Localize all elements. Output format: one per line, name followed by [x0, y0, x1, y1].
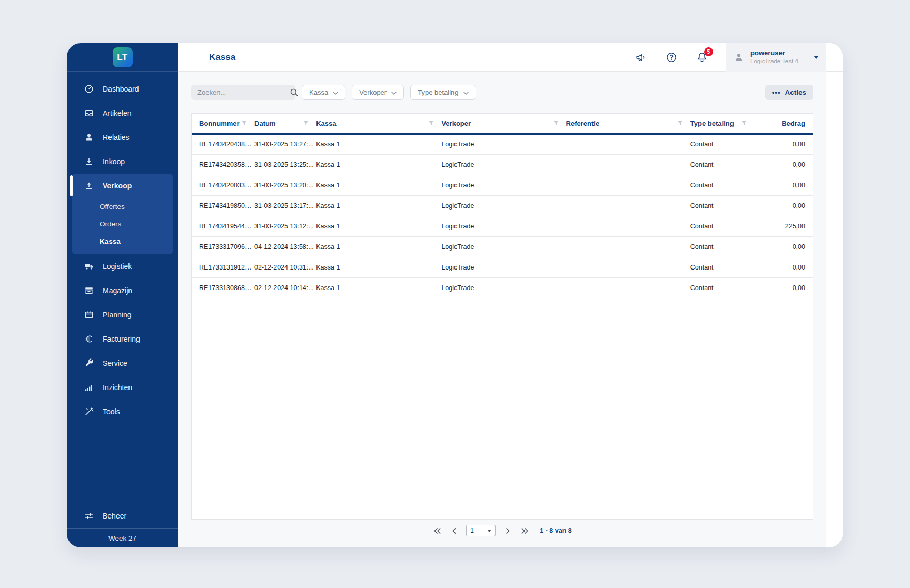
chevron-down-icon [463, 88, 469, 96]
filter-funnel-icon[interactable] [429, 121, 441, 126]
cell-referentie [566, 277, 690, 298]
help-icon [666, 52, 677, 63]
column-header-datum[interactable]: Datum [254, 114, 316, 133]
sidebar-item-logistiek[interactable]: Logistiek [67, 254, 178, 278]
filter-verkoper-dropdown[interactable]: Verkoper [352, 85, 404, 100]
search-icon [290, 88, 298, 96]
cell-verkoper: LogicTrade [441, 216, 566, 236]
previous-page-button[interactable] [449, 526, 459, 535]
cell-datum: 31-03-2025 13:17:... [254, 195, 316, 216]
person-icon [84, 133, 94, 142]
content-area: KassaVerkoperType betaling ••• Acties Bo… [178, 72, 826, 547]
cell-type-betaling: Contant [690, 216, 754, 236]
sidebar-item-label: Facturering [103, 335, 140, 343]
app-logo[interactable]: LT [113, 47, 133, 67]
search-input[interactable] [197, 88, 290, 96]
notification-badge: 5 [704, 47, 713, 56]
user-organisation: LogicTrade Test 4 [750, 57, 807, 65]
filter-funnel-icon[interactable] [303, 121, 316, 126]
euro-icon [84, 334, 94, 344]
sidebar-item-label: Beheer [103, 512, 126, 520]
column-header-bedrag[interactable]: Bedrag [754, 114, 813, 133]
cell-bedrag: 0,00 [754, 257, 813, 277]
table-row[interactable]: RE174341954400531-03-2025 13:12:...Kassa… [192, 216, 813, 236]
filter-funnel-icon[interactable] [242, 121, 254, 126]
search-box [191, 85, 295, 100]
sidebar-item-relaties[interactable]: Relaties [67, 125, 178, 150]
cell-verkoper: LogicTrade [441, 134, 566, 154]
actions-button[interactable]: ••• Acties [765, 85, 813, 100]
sidebar: LT DashboardArtikelenRelatiesInkoopVerko… [67, 43, 178, 547]
filter-funnel-icon[interactable] [741, 121, 754, 126]
filter-funnel-icon[interactable] [553, 121, 566, 126]
sidebar-item-label: Artikelen [103, 109, 131, 117]
table-row[interactable]: RE174342003300531-03-2025 13:20:...Kassa… [192, 175, 813, 195]
cell-bonnummer: RE1743419850005 [192, 195, 254, 216]
cell-kassa: Kassa 1 [316, 257, 441, 277]
column-header-verkoper[interactable]: Verkoper [441, 114, 566, 133]
cell-bedrag: 0,00 [754, 134, 813, 154]
user-menu[interactable]: poweruser LogicTrade Test 4 [726, 43, 826, 72]
column-header-type-betaling[interactable]: Type betaling [690, 114, 754, 133]
table-row[interactable]: RE174341985000531-03-2025 13:17:...Kassa… [192, 195, 813, 216]
week-indicator: Week 27 [67, 528, 178, 547]
user-avatar-icon [734, 52, 744, 63]
ellipsis-icon: ••• [772, 89, 781, 96]
filter-type-betaling-dropdown[interactable]: Type betaling [410, 85, 476, 100]
sidebar-subitem-kassa[interactable]: Kassa [72, 233, 173, 250]
chart-bars-icon [84, 383, 94, 392]
column-header-bonnummer[interactable]: Bonnummer [192, 114, 254, 133]
sidebar-item-label: Logistiek [103, 262, 132, 271]
cell-bedrag: 0,00 [754, 195, 813, 216]
sidebar-subitem-orders[interactable]: Orders [72, 215, 173, 233]
sidebar-item-inzichten[interactable]: Inzichten [67, 375, 178, 400]
cell-bonnummer: RE1743420033005 [192, 175, 254, 195]
sidebar-item-facturering[interactable]: Facturering [67, 327, 178, 351]
transactions-table-card: BonnummerDatumKassaVerkoperReferentieTyp… [191, 113, 813, 520]
sidebar-item-artikelen[interactable]: Artikelen [67, 101, 178, 125]
cell-datum: 04-12-2024 13:58:... [254, 236, 316, 257]
double-chevron-left-icon [433, 527, 441, 534]
calendar-icon [84, 310, 94, 320]
last-page-button[interactable] [520, 526, 529, 535]
page-select[interactable]: 1 [466, 525, 496, 536]
table-row[interactable]: RE173331709600304-12-2024 13:58:...Kassa… [192, 236, 813, 257]
sidebar-item-label: Inkoop [103, 157, 125, 166]
page-title: Kassa [209, 52, 235, 63]
column-header-kassa[interactable]: Kassa [316, 114, 441, 133]
help-button[interactable] [665, 51, 678, 64]
sidebar-item-label: Dashboard [103, 85, 139, 93]
sidebar-item-dashboard[interactable]: Dashboard [67, 77, 178, 101]
table-row[interactable]: RE174342043800631-03-2025 13:27:...Kassa… [192, 134, 813, 154]
table-row[interactable]: RE173313191200202-12-2024 10:31:...Kassa… [192, 257, 813, 277]
table-row[interactable]: RE173313086800102-12-2024 10:14:...Kassa… [192, 277, 813, 298]
pagination: 1 1 - 8 van 8 [191, 524, 813, 537]
filter-funnel-icon[interactable] [678, 121, 690, 126]
sidebar-item-planning[interactable]: Planning [67, 303, 178, 327]
sidebar-item-service[interactable]: Service [67, 351, 178, 375]
sidebar-item-beheer[interactable]: Beheer [67, 504, 178, 528]
chevron-right-icon [504, 527, 512, 534]
cell-kassa: Kassa 1 [316, 154, 441, 175]
sidebar-item-tools[interactable]: Tools [67, 400, 178, 424]
cell-bonnummer: RE1733131912002 [192, 257, 254, 277]
truck-icon [84, 262, 94, 271]
cell-verkoper: LogicTrade [441, 175, 566, 195]
filter-kassa-dropdown[interactable]: Kassa [302, 85, 345, 100]
app-window: LT DashboardArtikelenRelatiesInkoopVerko… [67, 43, 843, 547]
sidebar-item-verkoop[interactable]: Verkoop [72, 174, 173, 198]
next-page-button[interactable] [503, 526, 512, 535]
column-header-referentie[interactable]: Referentie [566, 114, 690, 133]
cell-verkoper: LogicTrade [441, 257, 566, 277]
sidebar-item-inkoop[interactable]: Inkoop [67, 150, 178, 174]
table-header-row: BonnummerDatumKassaVerkoperReferentieTyp… [192, 114, 813, 134]
announcements-button[interactable] [635, 51, 647, 64]
sidebar-item-label: Inzichten [103, 383, 132, 392]
table-row[interactable]: RE174342035800531-03-2025 13:25:...Kassa… [192, 154, 813, 175]
notifications-button[interactable]: 5 [696, 51, 708, 64]
sidebar-subitem-offertes[interactable]: Offertes [72, 198, 173, 215]
sidebar-item-magazijn[interactable]: Magazijn [67, 278, 178, 303]
first-page-button[interactable] [432, 526, 442, 535]
sidebar-group-verkoop: VerkoopOffertesOrdersKassa [72, 174, 173, 254]
cell-datum: 31-03-2025 13:20:... [254, 175, 316, 195]
